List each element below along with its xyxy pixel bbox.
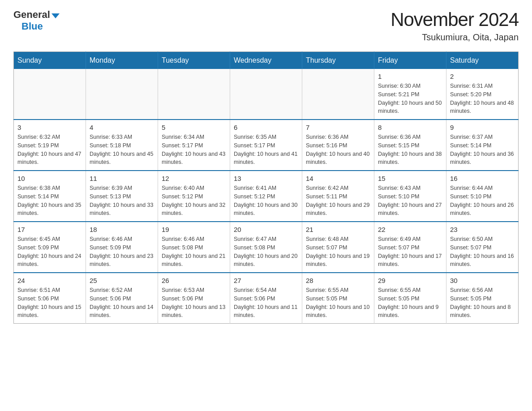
day-number: 1 bbox=[378, 73, 442, 80]
day-number: 7 bbox=[306, 124, 370, 131]
calendar-cell: 12Sunrise: 6:40 AM Sunset: 5:12 PM Dayli… bbox=[158, 171, 230, 222]
day-number: 16 bbox=[450, 175, 515, 182]
day-number: 22 bbox=[378, 226, 442, 233]
weekday-header: Sunday bbox=[14, 52, 86, 69]
day-info: Sunrise: 6:53 AM Sunset: 5:06 PM Dayligh… bbox=[162, 286, 226, 320]
day-number: 2 bbox=[450, 73, 515, 80]
calendar-cell: 2Sunrise: 6:31 AM Sunset: 5:20 PM Daylig… bbox=[446, 69, 519, 120]
day-number: 27 bbox=[234, 277, 298, 284]
day-number: 14 bbox=[306, 175, 370, 182]
calendar-header-row: SundayMondayTuesdayWednesdayThursdayFrid… bbox=[14, 52, 519, 69]
weekday-header: Tuesday bbox=[158, 52, 230, 69]
day-number: 30 bbox=[450, 277, 515, 284]
day-info: Sunrise: 6:39 AM Sunset: 5:13 PM Dayligh… bbox=[90, 184, 154, 218]
day-info: Sunrise: 6:52 AM Sunset: 5:06 PM Dayligh… bbox=[90, 286, 154, 320]
calendar-cell bbox=[14, 69, 86, 120]
calendar-week-row: 1Sunrise: 6:30 AM Sunset: 5:21 PM Daylig… bbox=[14, 69, 519, 120]
day-info: Sunrise: 6:55 AM Sunset: 5:05 PM Dayligh… bbox=[378, 286, 442, 320]
day-info: Sunrise: 6:34 AM Sunset: 5:17 PM Dayligh… bbox=[162, 133, 226, 167]
calendar-cell: 28Sunrise: 6:55 AM Sunset: 5:05 PM Dayli… bbox=[302, 273, 374, 324]
day-info: Sunrise: 6:48 AM Sunset: 5:07 PM Dayligh… bbox=[306, 235, 370, 269]
day-info: Sunrise: 6:32 AM Sunset: 5:19 PM Dayligh… bbox=[17, 133, 82, 167]
calendar-cell: 11Sunrise: 6:39 AM Sunset: 5:13 PM Dayli… bbox=[86, 171, 158, 222]
day-info: Sunrise: 6:41 AM Sunset: 5:12 PM Dayligh… bbox=[234, 184, 298, 218]
day-info: Sunrise: 6:47 AM Sunset: 5:08 PM Dayligh… bbox=[234, 235, 298, 269]
weekday-header: Wednesday bbox=[230, 52, 302, 69]
calendar-cell: 6Sunrise: 6:35 AM Sunset: 5:17 PM Daylig… bbox=[230, 120, 302, 171]
calendar-cell: 8Sunrise: 6:36 AM Sunset: 5:15 PM Daylig… bbox=[374, 120, 446, 171]
day-number: 8 bbox=[378, 124, 442, 131]
calendar-cell: 20Sunrise: 6:47 AM Sunset: 5:08 PM Dayli… bbox=[230, 222, 302, 273]
day-info: Sunrise: 6:42 AM Sunset: 5:11 PM Dayligh… bbox=[306, 184, 370, 218]
day-number: 15 bbox=[378, 175, 442, 182]
weekday-header: Saturday bbox=[446, 52, 519, 69]
day-info: Sunrise: 6:46 AM Sunset: 5:09 PM Dayligh… bbox=[90, 235, 154, 269]
day-info: Sunrise: 6:50 AM Sunset: 5:07 PM Dayligh… bbox=[450, 235, 515, 269]
calendar-cell: 18Sunrise: 6:46 AM Sunset: 5:09 PM Dayli… bbox=[86, 222, 158, 273]
day-info: Sunrise: 6:38 AM Sunset: 5:14 PM Dayligh… bbox=[17, 184, 82, 218]
day-number: 25 bbox=[90, 277, 154, 284]
calendar-cell: 1Sunrise: 6:30 AM Sunset: 5:21 PM Daylig… bbox=[374, 69, 446, 120]
day-info: Sunrise: 6:40 AM Sunset: 5:12 PM Dayligh… bbox=[162, 184, 226, 218]
day-info: Sunrise: 6:31 AM Sunset: 5:20 PM Dayligh… bbox=[450, 82, 515, 116]
day-info: Sunrise: 6:55 AM Sunset: 5:05 PM Dayligh… bbox=[306, 286, 370, 320]
calendar-cell bbox=[86, 69, 158, 120]
day-number: 24 bbox=[17, 277, 82, 284]
logo-triangle-icon bbox=[51, 13, 60, 18]
day-number: 12 bbox=[162, 175, 226, 182]
calendar-cell: 26Sunrise: 6:53 AM Sunset: 5:06 PM Dayli… bbox=[158, 273, 230, 324]
day-info: Sunrise: 6:49 AM Sunset: 5:07 PM Dayligh… bbox=[378, 235, 442, 269]
day-number: 11 bbox=[90, 175, 154, 182]
day-number: 3 bbox=[17, 124, 82, 131]
day-info: Sunrise: 6:36 AM Sunset: 5:16 PM Dayligh… bbox=[306, 133, 370, 167]
calendar-cell: 10Sunrise: 6:38 AM Sunset: 5:14 PM Dayli… bbox=[14, 171, 86, 222]
logo-blue-text: Blue bbox=[13, 21, 43, 32]
weekday-header: Friday bbox=[374, 52, 446, 69]
day-number: 29 bbox=[378, 277, 442, 284]
day-info: Sunrise: 6:37 AM Sunset: 5:14 PM Dayligh… bbox=[450, 133, 515, 167]
calendar-week-row: 17Sunrise: 6:45 AM Sunset: 5:09 PM Dayli… bbox=[14, 222, 519, 273]
day-info: Sunrise: 6:33 AM Sunset: 5:18 PM Dayligh… bbox=[90, 133, 154, 167]
weekday-header: Thursday bbox=[302, 52, 374, 69]
day-number: 19 bbox=[162, 226, 226, 233]
calendar-week-row: 24Sunrise: 6:51 AM Sunset: 5:06 PM Dayli… bbox=[14, 273, 519, 324]
day-number: 10 bbox=[17, 175, 82, 182]
calendar-cell: 25Sunrise: 6:52 AM Sunset: 5:06 PM Dayli… bbox=[86, 273, 158, 324]
calendar-cell bbox=[302, 69, 374, 120]
day-number: 23 bbox=[450, 226, 515, 233]
calendar-week-row: 10Sunrise: 6:38 AM Sunset: 5:14 PM Dayli… bbox=[14, 171, 519, 222]
day-info: Sunrise: 6:36 AM Sunset: 5:15 PM Dayligh… bbox=[378, 133, 442, 167]
calendar-cell: 5Sunrise: 6:34 AM Sunset: 5:17 PM Daylig… bbox=[158, 120, 230, 171]
calendar-cell: 16Sunrise: 6:44 AM Sunset: 5:10 PM Dayli… bbox=[446, 171, 519, 222]
calendar-cell: 9Sunrise: 6:37 AM Sunset: 5:14 PM Daylig… bbox=[446, 120, 519, 171]
weekday-header: Monday bbox=[86, 52, 158, 69]
day-number: 20 bbox=[234, 226, 298, 233]
day-info: Sunrise: 6:35 AM Sunset: 5:17 PM Dayligh… bbox=[234, 133, 298, 167]
calendar-cell: 3Sunrise: 6:32 AM Sunset: 5:19 PM Daylig… bbox=[14, 120, 86, 171]
day-number: 17 bbox=[17, 226, 82, 233]
calendar-table: SundayMondayTuesdayWednesdayThursdayFrid… bbox=[13, 51, 519, 324]
calendar-cell: 14Sunrise: 6:42 AM Sunset: 5:11 PM Dayli… bbox=[302, 171, 374, 222]
calendar-title: November 2024 bbox=[390, 9, 519, 30]
day-number: 4 bbox=[90, 124, 154, 131]
logo: General Blue bbox=[13, 9, 60, 32]
day-number: 26 bbox=[162, 277, 226, 284]
calendar-cell: 23Sunrise: 6:50 AM Sunset: 5:07 PM Dayli… bbox=[446, 222, 519, 273]
calendar-cell bbox=[158, 69, 230, 120]
day-number: 5 bbox=[162, 124, 226, 131]
day-info: Sunrise: 6:54 AM Sunset: 5:06 PM Dayligh… bbox=[234, 286, 298, 320]
day-info: Sunrise: 6:51 AM Sunset: 5:06 PM Dayligh… bbox=[17, 286, 82, 320]
calendar-cell: 17Sunrise: 6:45 AM Sunset: 5:09 PM Dayli… bbox=[14, 222, 86, 273]
calendar-cell: 4Sunrise: 6:33 AM Sunset: 5:18 PM Daylig… bbox=[86, 120, 158, 171]
day-number: 6 bbox=[234, 124, 298, 131]
calendar-cell: 19Sunrise: 6:46 AM Sunset: 5:08 PM Dayli… bbox=[158, 222, 230, 273]
title-block: November 2024 Tsukumiura, Oita, Japan bbox=[390, 9, 519, 43]
day-number: 13 bbox=[234, 175, 298, 182]
calendar-cell: 15Sunrise: 6:43 AM Sunset: 5:10 PM Dayli… bbox=[374, 171, 446, 222]
day-info: Sunrise: 6:46 AM Sunset: 5:08 PM Dayligh… bbox=[162, 235, 226, 269]
calendar-cell: 24Sunrise: 6:51 AM Sunset: 5:06 PM Dayli… bbox=[14, 273, 86, 324]
page-header: General Blue November 2024 Tsukumiura, O… bbox=[13, 9, 519, 43]
day-info: Sunrise: 6:30 AM Sunset: 5:21 PM Dayligh… bbox=[378, 82, 442, 116]
day-info: Sunrise: 6:43 AM Sunset: 5:10 PM Dayligh… bbox=[378, 184, 442, 218]
calendar-week-row: 3Sunrise: 6:32 AM Sunset: 5:19 PM Daylig… bbox=[14, 120, 519, 171]
